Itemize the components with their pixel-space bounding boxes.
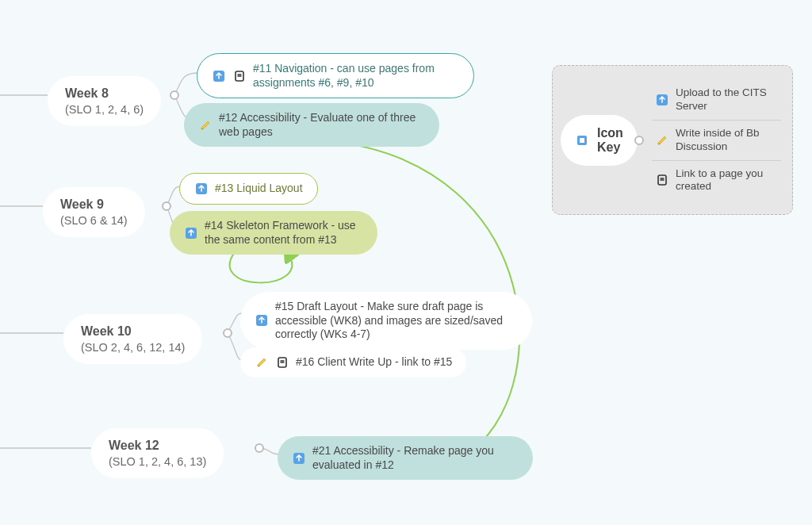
- upload-icon: [212, 69, 226, 83]
- pencil-icon: [655, 133, 669, 148]
- icon-key-label: Icon Key: [597, 126, 623, 155]
- pencil-icon: [198, 118, 213, 132]
- task-11-text: #11 Navigation - can use pages from assi…: [253, 62, 459, 90]
- branch-dot: [223, 328, 232, 338]
- week-10-slo: (SLO 2, 4, 6, 12, 14): [81, 340, 185, 354]
- week-8-node[interactable]: Week 8 (SLO 1, 2, 4, 6): [48, 76, 161, 126]
- task-16-node[interactable]: #16 Client Write Up - link to #15: [240, 347, 466, 377]
- week-10-title: Week 10: [81, 324, 132, 339]
- link-icon: [232, 69, 247, 83]
- task-15-node[interactable]: #15 Draft Layout - Make sure draft page …: [240, 292, 532, 350]
- branch-dot: [162, 201, 171, 211]
- task-13-node[interactable]: #13 Liquid Layout: [179, 173, 318, 205]
- week-8-slo: (SLO 1, 2, 4, 6): [65, 102, 144, 117]
- week-10-node[interactable]: Week 10 (SLO 2, 4, 6, 12, 14): [63, 314, 202, 364]
- upload-icon: [292, 451, 306, 466]
- task-13-text: #13 Liquid Layout: [215, 182, 303, 196]
- legend-item-link: Link to a page you created: [652, 161, 781, 201]
- upload-icon: [184, 226, 198, 240]
- legend-item-upload: Upload to the CITS Server: [652, 80, 781, 121]
- upload-icon: [255, 313, 269, 328]
- link-icon: [655, 173, 669, 187]
- week-8-title: Week 8: [65, 86, 109, 102]
- task-12-node[interactable]: #12 Accessibility - Evaluate one of thre…: [184, 103, 439, 147]
- link-icon: [275, 355, 289, 370]
- icon-key-items: Upload to the CITS Server Write inside o…: [652, 80, 781, 200]
- task-15-text: #15 Draft Layout - Make sure draft page …: [275, 300, 513, 342]
- week-12-node[interactable]: Week 12 (SLO 1, 2, 4, 6, 13): [91, 428, 224, 478]
- legend-write-text: Write inside of Bb Discussion: [676, 127, 778, 154]
- upload-icon: [194, 182, 209, 196]
- task-12-text: #12 Accessibility - Evaluate one of thre…: [219, 111, 425, 139]
- week-9-title: Week 9: [60, 197, 104, 213]
- upload-icon: [655, 93, 669, 107]
- week-9-slo: (SLO 6 & 14): [60, 213, 128, 228]
- icon-key-node[interactable]: Icon Key: [561, 115, 638, 166]
- branch-dot: [634, 136, 644, 145]
- icon-key-panel: Icon Key Upload to the CITS Server Write…: [552, 65, 793, 215]
- legend-link-text: Link to a page you created: [676, 167, 778, 194]
- task-14-text: #14 Skeleton Framework - use the same co…: [205, 219, 363, 247]
- pencil-icon: [255, 355, 269, 370]
- square-icon: [575, 133, 589, 148]
- task-14-node[interactable]: #14 Skeleton Framework - use the same co…: [170, 211, 377, 255]
- task-16-text: #16 Client Write Up - link to #15: [296, 355, 452, 370]
- week-9-node[interactable]: Week 9 (SLO 6 & 14): [43, 187, 145, 237]
- week-12-title: Week 12: [109, 438, 159, 454]
- week-12-slo: (SLO 1, 2, 4, 6, 13): [109, 454, 206, 469]
- legend-item-write: Write inside of Bb Discussion: [652, 121, 781, 161]
- legend-upload-text: Upload to the CITS Server: [676, 86, 778, 113]
- task-21-text: #21 Accessibility - Remake page you eval…: [312, 444, 519, 472]
- branch-dot: [255, 443, 264, 453]
- task-11-node[interactable]: #11 Navigation - can use pages from assi…: [197, 53, 474, 98]
- task-21-node[interactable]: #21 Accessibility - Remake page you eval…: [278, 436, 533, 480]
- branch-dot: [170, 90, 179, 100]
